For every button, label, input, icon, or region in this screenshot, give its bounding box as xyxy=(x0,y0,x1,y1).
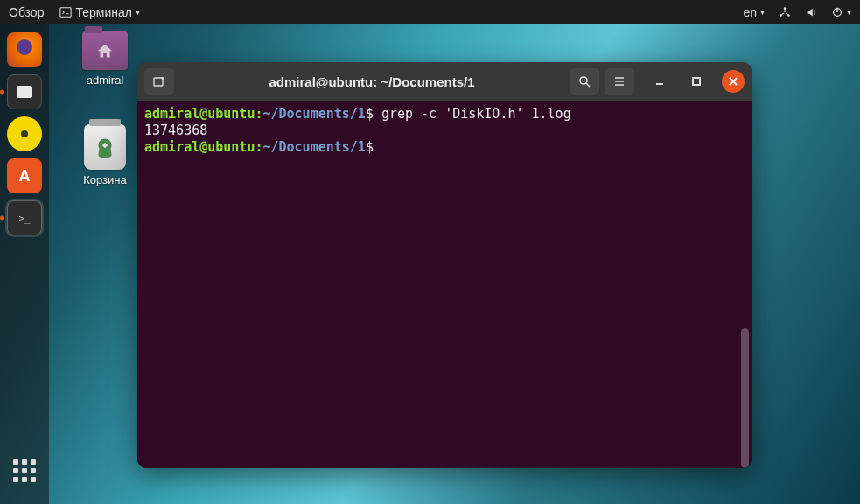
svg-line-8 xyxy=(586,83,590,87)
output-text: 13746368 xyxy=(144,122,207,138)
chevron-down-icon: ▾ xyxy=(760,7,765,17)
desktop-icon-label: Корзина xyxy=(83,173,127,186)
window-titlebar[interactable]: admiral@ubuntu: ~/Documents/1 xyxy=(137,62,752,101)
activities-label: Обзор xyxy=(9,5,44,19)
minimize-button[interactable] xyxy=(648,70,671,93)
prompt-user: admiral@ubuntu xyxy=(144,106,255,122)
desktop-icon-trash[interactable]: Корзина xyxy=(73,124,136,186)
trash-icon xyxy=(84,124,126,170)
minimize-icon xyxy=(654,76,665,87)
terminal-line: 13746368 xyxy=(144,122,745,139)
scrollbar[interactable] xyxy=(741,328,749,468)
desktop-icon-home[interactable]: admiral xyxy=(73,32,136,87)
network-icon xyxy=(779,6,791,18)
svg-point-7 xyxy=(580,77,587,84)
volume-indicator[interactable] xyxy=(805,6,817,18)
volume-icon xyxy=(805,6,817,18)
terminal-line: admiral@ubuntu:~/Documents/1$ grep -c 'D… xyxy=(144,106,745,122)
prompt-path: ~/Documents/1 xyxy=(262,139,365,155)
power-indicator[interactable]: ▾ xyxy=(831,6,851,18)
app-menu[interactable]: Терминал ▾ xyxy=(59,5,139,19)
command-text: grep -c 'DiskIO.h' 1.log xyxy=(381,106,571,122)
svg-rect-6 xyxy=(154,78,163,86)
close-button[interactable] xyxy=(722,70,745,93)
close-icon xyxy=(728,76,738,87)
top-bar: Обзор Терминал ▾ en ▾ ▾ xyxy=(0,0,860,24)
network-indicator[interactable] xyxy=(779,6,791,18)
dock-rhythmbox[interactable] xyxy=(7,116,42,151)
search-button[interactable] xyxy=(570,68,599,94)
dock-software[interactable] xyxy=(7,158,42,193)
menu-button[interactable] xyxy=(605,68,634,94)
dock-files[interactable] xyxy=(7,74,42,109)
terminal-window: admiral@ubuntu: ~/Documents/1 admiral@ub… xyxy=(137,62,752,468)
show-applications-button[interactable] xyxy=(7,453,42,488)
terminal-icon xyxy=(59,6,72,18)
new-tab-button[interactable] xyxy=(144,68,174,94)
terminal-body[interactable]: admiral@ubuntu:~/Documents/1$ grep -c 'D… xyxy=(137,101,752,468)
maximize-icon xyxy=(691,76,702,87)
chevron-down-icon: ▾ xyxy=(847,7,851,17)
dock xyxy=(0,24,49,504)
dock-terminal[interactable] xyxy=(7,200,42,235)
prompt-user: admiral@ubuntu xyxy=(144,139,255,155)
svg-rect-13 xyxy=(693,78,700,85)
maximize-button[interactable] xyxy=(685,70,708,93)
activities-button[interactable]: Обзор xyxy=(9,5,44,19)
lang-label: en xyxy=(743,5,757,19)
svg-rect-0 xyxy=(60,7,71,17)
power-icon xyxy=(831,6,843,18)
input-source-indicator[interactable]: en ▾ xyxy=(743,5,765,19)
new-tab-icon xyxy=(152,74,166,88)
folder-icon xyxy=(82,32,128,70)
terminal-line: admiral@ubuntu:~/Documents/1$ xyxy=(144,139,745,156)
prompt-path: ~/Documents/1 xyxy=(262,106,365,122)
hamburger-icon xyxy=(612,74,626,88)
window-title: admiral@ubuntu: ~/Documents/1 xyxy=(179,74,564,89)
dock-firefox[interactable] xyxy=(7,32,42,67)
chevron-down-icon: ▾ xyxy=(136,7,140,17)
desktop-icon-label: admiral xyxy=(87,74,124,87)
running-indicator xyxy=(0,90,4,94)
running-indicator xyxy=(0,216,4,220)
search-icon xyxy=(577,74,591,88)
app-menu-label: Терминал xyxy=(75,5,131,19)
